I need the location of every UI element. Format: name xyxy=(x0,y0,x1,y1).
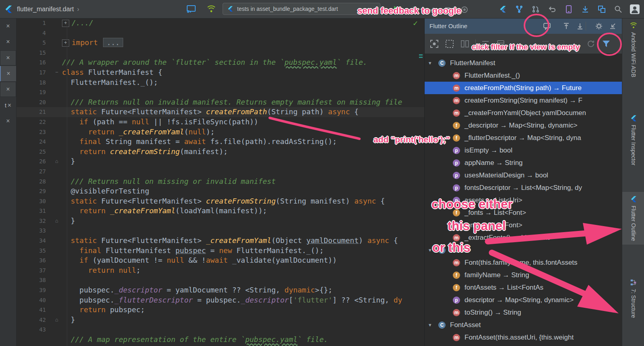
version-graph-icon[interactable] xyxy=(514,4,524,14)
close-icon[interactable]: × xyxy=(6,117,10,125)
inspections-ok-icon[interactable]: ✓ xyxy=(413,19,418,28)
code-line[interactable]: 31 return _createFromYaml(loadYaml(manif… xyxy=(16,206,424,216)
hide-panel-icon[interactable] xyxy=(608,21,617,31)
debug-icon[interactable] xyxy=(409,4,419,15)
outline-tree-row[interactable]: pfonts → List<Font> xyxy=(425,219,622,231)
split-view-icon[interactable] xyxy=(459,38,471,49)
code-line[interactable]: 23 return _createFromYaml(null); xyxy=(16,127,424,137)
editor-tab-stub[interactable]: × xyxy=(0,50,16,66)
outline-tree-row[interactable]: f_fonts → List<Font> xyxy=(425,206,622,219)
code-line[interactable]: 27 xyxy=(16,167,424,177)
code-line[interactable]: 4 xyxy=(16,28,424,38)
code-line[interactable]: 32⌂ } xyxy=(16,216,424,226)
editor-tab-stub[interactable]: × xyxy=(0,66,16,81)
outline-tree-row[interactable]: passets → List<Uri> xyxy=(425,194,622,206)
fold-marker-icon[interactable]: ⌂ xyxy=(52,157,62,167)
code-line[interactable]: 39 pubspec._descriptor = yamlDocument ??… xyxy=(16,285,424,295)
coverage-icon[interactable] xyxy=(459,4,470,15)
code-line[interactable]: 34 static Future<FlutterManifest> _creat… xyxy=(16,236,424,246)
collapse-all-icon[interactable] xyxy=(575,21,585,31)
outline-tree-row[interactable]: mtoString() → String xyxy=(425,306,622,319)
code-line[interactable]: 33 xyxy=(16,226,424,236)
editor-tab-stub[interactable]: × xyxy=(0,82,16,97)
outline-tree-row[interactable]: ffamilyName → String xyxy=(425,269,622,281)
device-mirror-icon[interactable] xyxy=(564,4,574,14)
editor-tab-stub[interactable]: t× xyxy=(0,98,16,113)
fold-expand-icon[interactable]: + xyxy=(62,39,69,47)
close-icon[interactable]: × xyxy=(6,86,10,93)
code-line[interactable]: 37 return null; xyxy=(16,266,424,276)
outline-tree-row[interactable]: mcreateFromString(String manifest) → F xyxy=(425,94,622,107)
layout-inspector-icon[interactable] xyxy=(597,4,607,14)
filter-icon[interactable] xyxy=(601,38,612,49)
folded-code-icon[interactable]: ... xyxy=(103,38,124,47)
code-line[interactable]: 5+import ... xyxy=(16,38,424,48)
fold-marker-icon[interactable]: ⌂ xyxy=(52,315,62,325)
chevron-down-icon[interactable]: ▾ xyxy=(429,247,438,253)
outline-tree-row[interactable]: ffontAssets → List<FontAs xyxy=(425,281,622,294)
close-icon[interactable]: × xyxy=(6,38,10,45)
outline-tree-row[interactable]: m_createFromYaml(Object yamlDocumen xyxy=(425,107,622,119)
code-line[interactable]: 16/// A wrapper around the `flutter` sec… xyxy=(16,58,424,68)
editor-tab-stub[interactable]: × xyxy=(0,113,16,129)
download-icon[interactable] xyxy=(580,4,590,14)
fold-expand-icon[interactable]: + xyxy=(62,20,69,27)
code-line[interactable]: 22 if (path == null || !fs.isFileSync(pa… xyxy=(16,117,424,127)
widget-mode-icon[interactable] xyxy=(495,38,506,49)
outline-tree-row[interactable]: mFontAsset(this.assetUri, {this.weight xyxy=(425,331,622,344)
outline-tree-row[interactable]: f_flutterDescriptor → Map<String, dyna xyxy=(425,132,622,144)
fold-marker-icon[interactable]: − xyxy=(52,68,62,78)
outline-tree-row[interactable]: mFlutterManifest._() xyxy=(425,69,622,82)
chevron-down-icon[interactable]: ▾ xyxy=(429,322,438,328)
refresh-icon[interactable] xyxy=(585,38,597,49)
editor-tab-stub[interactable]: × xyxy=(0,19,16,34)
code-line[interactable]: 30 static Future<FlutterManifest> create… xyxy=(16,196,424,206)
code-line[interactable]: 28 /// Returns null on missing or invali… xyxy=(16,177,424,187)
pull-request-icon[interactable] xyxy=(530,4,541,14)
code-line[interactable]: 21 static Future<FlutterManifest> create… xyxy=(16,107,424,117)
close-icon[interactable]: × xyxy=(8,102,11,109)
outline-tree-row[interactable]: pappName → String xyxy=(425,157,622,169)
code-line[interactable]: 43 xyxy=(16,325,424,335)
stripe-item-flutter-outline[interactable]: Flutter Outline xyxy=(622,192,644,245)
stripe-item-flutter-inspector[interactable]: Flutter Inspector xyxy=(622,115,644,165)
stop-icon[interactable] xyxy=(442,4,453,15)
outline-tree-row[interactable]: m_extractFonts() → List<Font> xyxy=(425,231,622,244)
close-icon[interactable]: × xyxy=(6,54,10,62)
outline-tree-row[interactable]: ▾CFlutterManifest xyxy=(425,57,622,69)
flutter-attach-icon[interactable] xyxy=(497,4,508,14)
outline-tree-row[interactable]: ▾CFontAsset xyxy=(425,319,622,331)
outline-tree-row[interactable]: mcreateFromPath(String path) → Future xyxy=(425,82,622,94)
stripe-item-structure[interactable]: 7: Structure xyxy=(622,279,644,318)
feedback-comment-icon[interactable] xyxy=(542,21,552,31)
code-line[interactable]: 38 xyxy=(16,275,424,285)
code-line[interactable]: 36 if (yamlDocument != null && !await _v… xyxy=(16,255,424,266)
center-selection-icon[interactable] xyxy=(429,38,440,49)
profiler-icon[interactable] xyxy=(425,4,436,15)
fold-marker-icon[interactable]: ⌂ xyxy=(52,216,62,226)
code-line[interactable]: 26⌂ } xyxy=(16,157,424,167)
code-line[interactable]: /// A map representation of the entire `… xyxy=(16,335,424,345)
expand-all-icon[interactable] xyxy=(561,21,571,31)
outline-tree-row[interactable]: pisEmpty → bool xyxy=(425,144,622,157)
code-line[interactable]: 1+/.../ xyxy=(16,18,424,28)
frame-selection-icon[interactable] xyxy=(444,38,455,49)
code-line[interactable]: 29 @visibleForTesting xyxy=(16,186,424,196)
outline-tree-row[interactable]: f_descriptor → Map<String, dynamic> xyxy=(425,119,622,132)
code-line[interactable]: 20 /// Returns null on invalid manifest.… xyxy=(16,97,424,107)
run-button[interactable] xyxy=(391,4,402,14)
run-configuration-select[interactable]: tests in asset_bundle_package_test.dart xyxy=(223,3,380,15)
code-line[interactable]: 41 return pubspec; xyxy=(16,305,424,315)
chevron-down-icon[interactable]: ▾ xyxy=(429,60,438,66)
code-line[interactable]: 18 FlutterManifest._(); xyxy=(16,78,424,88)
sort-icon[interactable] xyxy=(480,38,491,49)
code-line[interactable]: 24 final String manifest = await fs.file… xyxy=(16,137,424,147)
outline-tree-row[interactable]: pusesMaterialDesign → bool xyxy=(425,169,622,181)
outline-tree-row[interactable]: mFont(this.familyName, this.fontAssets xyxy=(425,256,622,269)
outline-tree-row[interactable]: pfontsDescriptor → List<Map<String, dy xyxy=(425,181,622,194)
editor-tab-stub[interactable]: × xyxy=(0,34,16,49)
code-line[interactable]: 17−class FlutterManifest { xyxy=(16,68,424,78)
code-line[interactable]: 40 pubspec._flutterDescriptor = pubspec.… xyxy=(16,295,424,305)
code-editor[interactable]: 1+/.../45+import ...1516/// A wrapper ar… xyxy=(16,18,424,346)
outline-tree-row[interactable]: pdescriptor → Map<String, dynamic> xyxy=(425,294,622,306)
